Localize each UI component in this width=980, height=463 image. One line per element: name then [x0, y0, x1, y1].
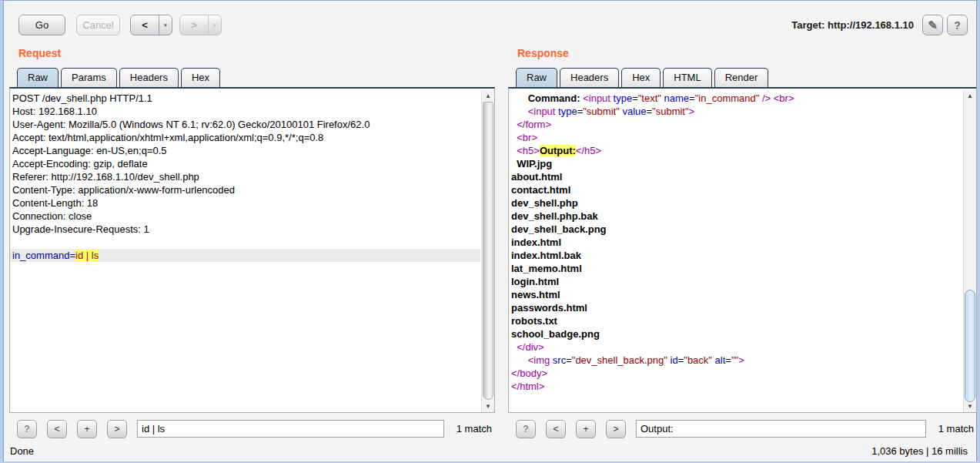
request-header-line: Upgrade-Insecure-Requests: 1: [12, 223, 480, 236]
response-match-count: 1 match: [934, 423, 974, 434]
response-code-line: dev_shell.php: [511, 196, 962, 210]
tab-hex[interactable]: Hex: [621, 68, 661, 88]
token-v: "submit": [583, 106, 620, 117]
next-request-button[interactable]: > ▾: [179, 15, 222, 35]
response-code-line: school_badge.png: [511, 327, 962, 341]
response-panel: Response RawHeadersHexHTMLRender Command…: [508, 47, 977, 441]
search-add-button[interactable]: +: [576, 420, 596, 438]
request-header-line: Host: 192.168.1.10: [12, 105, 480, 118]
token-h: Output:: [540, 145, 576, 156]
token-a: value: [622, 106, 646, 117]
response-code-line: index.html: [511, 236, 962, 249]
request-search-bar: ?<+> 1 match: [17, 419, 492, 438]
response-editor[interactable]: Command: <input type="text" name="in_com…: [508, 87, 977, 413]
response-raw-text[interactable]: Command: <input type="text" name="in_com…: [509, 90, 962, 412]
scroll-up-icon[interactable]: ▲: [964, 90, 976, 102]
token-t: >: [738, 354, 744, 366]
token-a: src: [553, 354, 566, 366]
token-a: type: [558, 106, 577, 117]
scroll-down-icon[interactable]: ▼: [964, 401, 976, 412]
search-help-button[interactable]: ?: [516, 420, 536, 438]
response-code-line: <h5>Output:</h5>: [511, 144, 962, 157]
token-b: dev_shell_back.png: [511, 223, 607, 235]
token-p: [511, 92, 528, 104]
token-a: type: [614, 92, 633, 104]
token-b: about.html: [511, 171, 562, 183]
tab-raw[interactable]: Raw: [516, 68, 557, 88]
token-b: index.html.bak: [511, 250, 581, 261]
token-v: "": [731, 354, 738, 366]
request-panel-title: Request: [18, 47, 61, 59]
scroll-down-icon[interactable]: ▼: [482, 401, 494, 412]
tab-render[interactable]: Render: [714, 68, 769, 88]
search-help-button[interactable]: ?: [17, 420, 37, 438]
token-match: id | ls: [75, 250, 99, 261]
request-header-line: [12, 236, 480, 249]
response-code-line: Command: <input type="text" name="in_com…: [511, 92, 962, 105]
response-code-line: news.html: [511, 288, 962, 301]
token-b: contact.html: [511, 184, 570, 196]
response-scrollbar[interactable]: ▲ ▼: [963, 90, 976, 412]
chevron-down-icon[interactable]: ▾: [208, 15, 221, 35]
token-t: </h5>: [576, 145, 601, 156]
response-code-line: index.html.bak: [511, 249, 962, 262]
search-next-button[interactable]: >: [107, 420, 127, 438]
token-b: school_badge.png: [511, 328, 600, 340]
token-t: <br>: [517, 132, 537, 143]
token-a: name: [664, 92, 690, 104]
tab-params[interactable]: Params: [61, 68, 117, 88]
request-raw-text[interactable]: POST /dev_shell.php HTTP/1.1Host: 192.16…: [10, 90, 480, 412]
response-code-line: </html>: [511, 380, 962, 393]
edit-target-button[interactable]: ✎: [922, 15, 943, 35]
response-code-line: robots.txt: [511, 314, 962, 327]
response-search-input[interactable]: [636, 420, 926, 438]
tab-headers[interactable]: Headers: [560, 68, 619, 88]
tab-raw[interactable]: Raw: [17, 68, 59, 88]
previous-request-button[interactable]: < ▾: [130, 15, 172, 35]
token-t: </div>: [517, 341, 544, 353]
cancel-button[interactable]: Cancel: [76, 15, 120, 35]
token-b: dev_shell.php: [511, 197, 578, 209]
response-tabbar: RawHeadersHexHTMLRender: [516, 65, 771, 87]
token-t: <input: [528, 106, 558, 117]
token-a: id: [671, 354, 678, 366]
response-code-line: </div>: [511, 341, 962, 354]
token-v: "back": [684, 354, 712, 366]
token-p: =: [632, 92, 638, 104]
search-next-button[interactable]: >: [606, 420, 626, 438]
response-code-line: <img src="dev_shell_back.png" id="back" …: [511, 354, 962, 367]
chevron-down-icon[interactable]: ▾: [159, 15, 172, 35]
token-v: "submit": [652, 106, 689, 117]
pencil-icon: ✎: [928, 18, 938, 32]
request-search-input[interactable]: [137, 420, 444, 438]
response-code-line: contact.html: [511, 183, 962, 196]
help-button[interactable]: ?: [947, 15, 968, 35]
token-p: =: [646, 106, 652, 117]
tab-html[interactable]: HTML: [663, 68, 711, 88]
token-t: </html>: [511, 381, 544, 392]
scroll-up-icon[interactable]: ▲: [482, 90, 494, 102]
token-b: Command:: [528, 92, 584, 104]
response-scrollbar-thumb[interactable]: [965, 290, 975, 402]
search-previous-button[interactable]: <: [546, 420, 566, 438]
request-scrollbar-thumb[interactable]: [483, 102, 493, 400]
request-editor[interactable]: POST /dev_shell.php HTTP/1.1Host: 192.16…: [9, 87, 495, 413]
go-button[interactable]: Go: [18, 15, 65, 35]
token-t: <h5>: [517, 145, 540, 156]
token-p: =: [566, 354, 572, 366]
response-code-line: <br>: [511, 131, 962, 144]
search-previous-button[interactable]: <: [47, 420, 67, 438]
token-name: in_command=: [12, 250, 75, 261]
search-add-button[interactable]: +: [77, 420, 97, 438]
token-v: "text": [638, 92, 661, 104]
request-scrollbar[interactable]: ▲ ▼: [481, 90, 494, 412]
token-t: </body>: [511, 367, 547, 379]
request-header-line: Content-Length: 18: [12, 196, 480, 210]
tab-hex[interactable]: Hex: [181, 68, 220, 88]
request-match-count: 1 match: [452, 423, 492, 434]
response-code-line: lat_memo.html: [511, 262, 962, 275]
response-search-bar: ?<+> 1 match: [516, 419, 974, 438]
token-p: =: [725, 354, 731, 366]
tab-headers[interactable]: Headers: [119, 68, 179, 88]
token-v: "in_command": [695, 92, 760, 104]
